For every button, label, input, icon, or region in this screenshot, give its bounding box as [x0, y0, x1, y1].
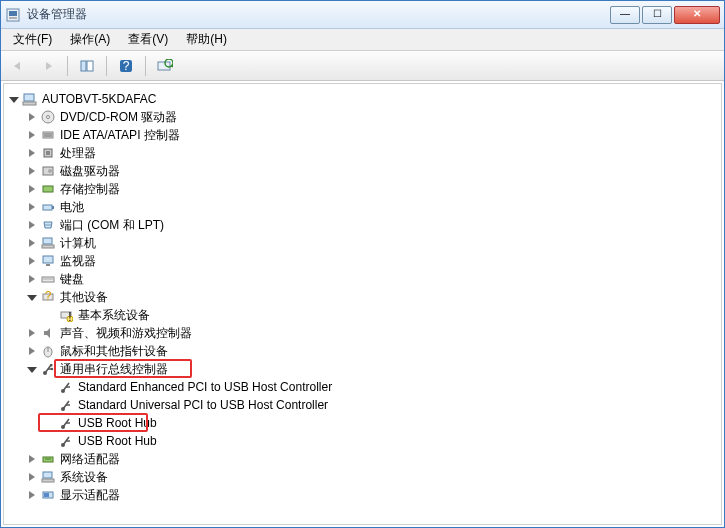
- expander-closed-icon[interactable]: [26, 111, 38, 123]
- storage-icon: [40, 181, 56, 197]
- computer-icon: [22, 91, 38, 107]
- svg-rect-27: [43, 238, 52, 244]
- expander-closed-icon[interactable]: [26, 147, 38, 159]
- tree-item-usb-controllers[interactable]: 通用串行总线控制器: [24, 360, 719, 378]
- expander-closed-icon[interactable]: [26, 273, 38, 285]
- tree-label: Standard Enhanced PCI to USB Host Contro…: [78, 380, 332, 394]
- svg-point-26: [49, 224, 50, 225]
- tree-item-usb-universal[interactable]: Standard Universal PCI to USB Host Contr…: [42, 396, 719, 414]
- back-button: [5, 55, 31, 77]
- tree-item-usb-root-hub[interactable]: USB Root Hub: [42, 414, 719, 432]
- tree-label: 存储控制器: [60, 181, 120, 198]
- expander-closed-icon[interactable]: [26, 255, 38, 267]
- svg-rect-18: [46, 151, 50, 155]
- usb-icon: [58, 415, 74, 431]
- tree-item-other-devices[interactable]: ? 其他设备: [24, 288, 719, 306]
- toolbar-separator: [106, 56, 107, 76]
- expander-open-icon[interactable]: [26, 291, 38, 303]
- tree-root[interactable]: AUTOBVT-5KDAFAC: [6, 90, 719, 108]
- tree-label: 端口 (COM 和 LPT): [60, 217, 164, 234]
- svg-point-43: [51, 368, 53, 370]
- svg-rect-30: [46, 264, 50, 266]
- tree-label: 处理器: [60, 145, 96, 162]
- scan-hardware-button[interactable]: [152, 55, 178, 77]
- help-button[interactable]: ?: [113, 55, 139, 77]
- tree-label: DVD/CD-ROM 驱动器: [60, 109, 177, 126]
- forward-button: [35, 55, 61, 77]
- svg-rect-2: [9, 17, 17, 19]
- menu-file[interactable]: 文件(F): [5, 29, 60, 50]
- app-icon: [5, 7, 21, 23]
- tree-item-sound[interactable]: 声音、视频和游戏控制器: [24, 324, 719, 342]
- tree-item-system[interactable]: 系统设备: [24, 468, 719, 486]
- tree-item-usb-enhanced[interactable]: Standard Enhanced PCI to USB Host Contro…: [42, 378, 719, 396]
- expander-closed-icon[interactable]: [26, 327, 38, 339]
- tree-item-storage[interactable]: 存储控制器: [24, 180, 719, 198]
- expander-closed-icon[interactable]: [26, 201, 38, 213]
- svg-rect-3: [81, 61, 86, 71]
- tree-icon: [79, 59, 95, 73]
- show-hide-tree-button[interactable]: [74, 55, 100, 77]
- tree-item-display[interactable]: 显示适配器: [24, 486, 719, 504]
- expander-closed-icon[interactable]: [26, 237, 38, 249]
- expander-closed-icon[interactable]: [26, 165, 38, 177]
- tree-item-usb-root-hub[interactable]: USB Root Hub: [42, 432, 719, 450]
- tree-item-monitor[interactable]: 监视器: [24, 252, 719, 270]
- keyboard-icon: [40, 271, 56, 287]
- tree-label: 其他设备: [60, 289, 108, 306]
- expander-closed-icon[interactable]: [26, 183, 38, 195]
- question-icon: ?: [40, 289, 56, 305]
- svg-rect-44: [50, 364, 52, 366]
- usb-icon: [58, 397, 74, 413]
- minimize-button[interactable]: —: [610, 6, 640, 24]
- svg-rect-60: [42, 479, 54, 482]
- expander-closed-icon[interactable]: [26, 345, 38, 357]
- cpu-icon: [40, 145, 56, 161]
- expander-open-icon[interactable]: [26, 363, 38, 375]
- expander-closed-icon[interactable]: [26, 471, 38, 483]
- svg-rect-10: [24, 94, 34, 101]
- network-icon: [40, 451, 56, 467]
- expander-closed-icon[interactable]: [26, 489, 38, 501]
- svg-rect-11: [23, 102, 36, 105]
- tree-item-keyboard[interactable]: 键盘: [24, 270, 719, 288]
- close-button[interactable]: ✕: [674, 6, 720, 24]
- tree-item-battery[interactable]: 电池: [24, 198, 719, 216]
- tree-item-disk[interactable]: 磁盘驱动器: [24, 162, 719, 180]
- menu-action[interactable]: 操作(A): [62, 29, 118, 50]
- tree-label: 磁盘驱动器: [60, 163, 120, 180]
- expander-none: [44, 417, 56, 429]
- ide-icon: [40, 127, 56, 143]
- expander-closed-icon[interactable]: [26, 453, 38, 465]
- tree-item-ide[interactable]: IDE ATA/ATAPI 控制器: [24, 126, 719, 144]
- menu-view[interactable]: 查看(V): [120, 29, 176, 50]
- tree-item-network[interactable]: 网络适配器: [24, 450, 719, 468]
- tree-label: IDE ATA/ATAPI 控制器: [60, 127, 180, 144]
- menu-help[interactable]: 帮助(H): [178, 29, 235, 50]
- svg-rect-28: [42, 245, 54, 248]
- window-buttons: — ☐ ✕: [610, 6, 720, 24]
- tree-item-basic-system[interactable]: ! 基本系统设备: [42, 306, 719, 324]
- tree-label: 基本系统设备: [78, 307, 150, 324]
- toolbar: ?: [1, 51, 724, 81]
- tree-item-mouse[interactable]: 鼠标和其他指针设备: [24, 342, 719, 360]
- tree-label: 鼠标和其他指针设备: [60, 343, 168, 360]
- expander-open-icon[interactable]: [8, 93, 20, 105]
- tree-item-dvd[interactable]: DVD/CD-ROM 驱动器: [24, 108, 719, 126]
- svg-rect-21: [43, 186, 53, 192]
- system-icon: [40, 469, 56, 485]
- expander-closed-icon[interactable]: [26, 219, 38, 231]
- svg-rect-1: [9, 11, 17, 16]
- svg-point-20: [48, 169, 52, 173]
- maximize-button[interactable]: ☐: [642, 6, 672, 24]
- expander-closed-icon[interactable]: [26, 129, 38, 141]
- window-title: 设备管理器: [27, 6, 610, 23]
- expander-none: [44, 399, 56, 411]
- tree-item-cpu[interactable]: 处理器: [24, 144, 719, 162]
- tree-label: 网络适配器: [60, 451, 120, 468]
- tree-item-computer[interactable]: 计算机: [24, 234, 719, 252]
- help-icon: ?: [119, 59, 133, 73]
- tree-label: 计算机: [60, 235, 96, 252]
- tree-item-ports[interactable]: 端口 (COM 和 LPT): [24, 216, 719, 234]
- device-tree[interactable]: AUTOBVT-5KDAFAC DVD/CD-ROM 驱动器 IDE ATA/A…: [3, 83, 722, 525]
